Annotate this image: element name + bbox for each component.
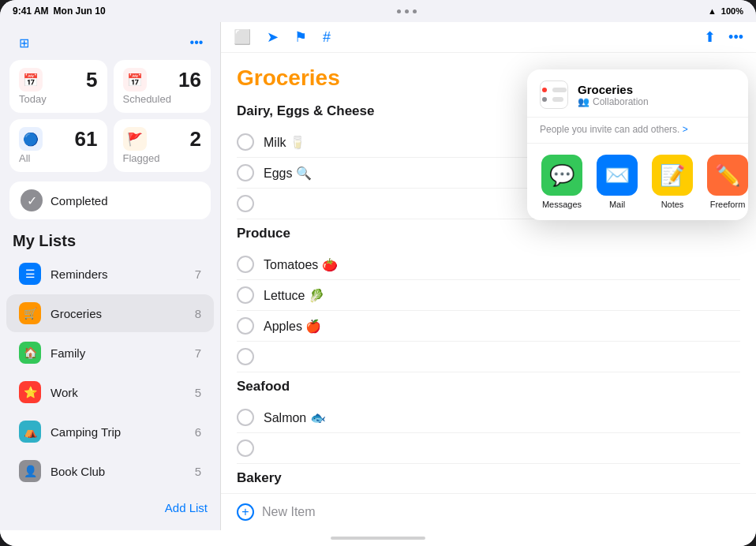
sharing-sub-label: Collaboration <box>593 96 649 107</box>
item-checkbox-empty-dairy[interactable] <box>237 195 254 212</box>
share-icon[interactable]: ⬆ <box>704 28 716 46</box>
list-item: Tomatoes 🍅 <box>237 249 740 280</box>
status-bar: 9:41 AM Mon Jun 10 ▲ 100% <box>0 0 756 22</box>
camping-name: Camping Trip <box>51 425 185 439</box>
toolbar-right-icons: ⬆ ••• <box>704 28 743 46</box>
hashtag-icon[interactable]: # <box>323 29 331 46</box>
home-indicator <box>0 530 756 546</box>
add-item-plus-icon: + <box>237 503 254 521</box>
top-dot <box>413 9 417 13</box>
item-text-apples: Apples 🍎 <box>264 319 321 334</box>
section-seafood: Seafood Salmon 🐟 <box>237 379 740 464</box>
sharing-list-name: Groceries <box>578 83 735 96</box>
sharing-list-icon <box>540 80 568 109</box>
sidebar-item-groceries[interactable]: 🛒 Groceries 8 <box>6 294 214 332</box>
list-item-empty-seafood <box>237 433 740 464</box>
status-time: 9:41 AM Mon Jun 10 <box>13 6 106 17</box>
completed-label: Completed <box>51 194 108 208</box>
flagged-icon: 🚩 <box>123 127 147 151</box>
my-lists-header: My Lists <box>0 229 220 255</box>
work-name: Work <box>51 386 185 399</box>
item-checkbox-lettuce[interactable] <box>237 286 254 304</box>
messages-label: Messages <box>542 200 582 209</box>
item-checkbox-apples[interactable] <box>237 317 254 335</box>
sidebar-more-button[interactable]: ••• <box>185 32 208 54</box>
sidebar: ⊞ ••• 📅 5 Today 📅 16 Schedule <box>0 22 221 530</box>
share-to-notes[interactable]: 📝 Notes <box>650 155 694 209</box>
toolbar-left-icons: ⬜ ➤ ⚑ # <box>234 28 331 46</box>
sharing-info: Groceries 👥 Collaboration <box>578 83 735 107</box>
all-stat-card[interactable]: 🔵 61 All <box>9 119 107 172</box>
more-icon[interactable]: ••• <box>728 29 743 46</box>
section-bakery: Bakery Croissants 🥐 <box>237 470 740 493</box>
groceries-icon: 🛒 <box>19 302 41 324</box>
flag-icon[interactable]: ⚑ <box>294 28 307 46</box>
section-seafood-heading: Seafood <box>237 379 740 395</box>
item-text-tomatoes: Tomatoes 🍅 <box>264 257 338 272</box>
content-panel: ⬜ ➤ ⚑ # ⬆ ••• Groceries Dairy, Eggs & Ch… <box>221 22 756 530</box>
family-name: Family <box>51 346 185 360</box>
sharing-invite-note: People you invite can add others. <box>540 124 679 135</box>
flagged-label: Flagged <box>123 152 202 164</box>
sidebar-item-camping[interactable]: ⛺ Camping Trip 6 <box>6 413 214 451</box>
bookclub-icon: 👤 <box>19 460 41 482</box>
share-to-freeform[interactable]: ✏️ Freeform <box>705 155 748 209</box>
mail-label: Mail <box>609 200 625 209</box>
scheduled-icon: 📅 <box>123 68 147 92</box>
groceries-count: 8 <box>195 307 201 320</box>
location-icon[interactable]: ➤ <box>267 28 279 46</box>
completed-card[interactable]: ✓ Completed <box>9 181 211 219</box>
wifi-icon: ▲ <box>708 6 717 16</box>
all-label: All <box>19 152 98 164</box>
camping-count: 6 <box>195 425 201 439</box>
section-produce-heading: Produce <box>237 226 740 241</box>
add-item-row[interactable]: + New Item <box>221 493 756 530</box>
scheduled-stat-card[interactable]: 📅 16 Scheduled <box>114 60 211 113</box>
sidebar-item-reminders[interactable]: ☰ Reminders 7 <box>6 255 214 293</box>
scheduled-count: 16 <box>178 69 201 90</box>
reminders-count: 7 <box>195 267 201 281</box>
notes-label: Notes <box>661 200 684 209</box>
item-checkbox-salmon[interactable] <box>237 409 254 426</box>
freeform-label: Freeform <box>710 200 746 209</box>
all-count: 61 <box>75 129 98 149</box>
sidebar-item-work[interactable]: ⭐ Work 5 <box>6 373 214 411</box>
main-area: ⊞ ••• 📅 5 Today 📅 16 Schedule <box>0 22 756 530</box>
family-icon: 🏠 <box>19 342 41 364</box>
item-checkbox-empty-seafood[interactable] <box>237 439 254 457</box>
flagged-stat-card[interactable]: 🚩 2 Flagged <box>114 119 211 172</box>
battery-icon: 100% <box>721 6 743 16</box>
item-text-salmon: Salmon 🐟 <box>264 410 326 425</box>
sharing-invite-link[interactable]: > <box>683 124 688 135</box>
groceries-name: Groceries <box>51 307 185 320</box>
flagged-count: 2 <box>190 129 201 149</box>
share-to-mail[interactable]: ✉️ Mail <box>595 155 639 209</box>
item-checkbox-tomatoes[interactable] <box>237 256 254 273</box>
sharing-apps: 💬 Messages ✉️ Mail 📝 Notes ✏️ Freeform <box>527 144 748 220</box>
sidebar-toggle-button[interactable]: ⊞ <box>13 32 35 54</box>
item-checkbox-milk[interactable] <box>237 133 254 151</box>
today-stat-card[interactable]: 📅 5 Today <box>9 60 107 113</box>
status-right: ▲ 100% <box>708 6 743 16</box>
sharing-header: Groceries 👥 Collaboration <box>527 69 748 118</box>
bookclub-name: Book Club <box>51 465 185 478</box>
camera-icon[interactable]: ⬜ <box>234 28 251 46</box>
add-list-button[interactable]: Add List <box>0 492 220 524</box>
sharing-popup: Groceries 👥 Collaboration People you inv… <box>527 69 748 220</box>
reminders-icon: ☰ <box>19 263 41 285</box>
sharing-sub: 👥 Collaboration <box>578 96 735 107</box>
time: 9:41 AM <box>13 6 49 17</box>
sidebar-item-family[interactable]: 🏠 Family 7 <box>6 334 214 372</box>
sidebar-item-bookclub[interactable]: 👤 Book Club 5 <box>6 452 214 490</box>
top-dot <box>405 9 409 13</box>
item-checkbox-eggs[interactable] <box>237 164 254 181</box>
date: Mon Jun 10 <box>54 6 106 17</box>
share-to-messages[interactable]: 💬 Messages <box>540 155 584 209</box>
item-checkbox-empty-produce[interactable] <box>237 348 254 365</box>
today-count: 5 <box>86 69 97 90</box>
today-label: Today <box>19 93 98 105</box>
reminders-name: Reminders <box>51 267 185 281</box>
freeform-icon: ✏️ <box>707 155 748 196</box>
bookclub-count: 5 <box>195 465 201 478</box>
content-toolbar: ⬜ ➤ ⚑ # ⬆ ••• <box>221 22 756 53</box>
